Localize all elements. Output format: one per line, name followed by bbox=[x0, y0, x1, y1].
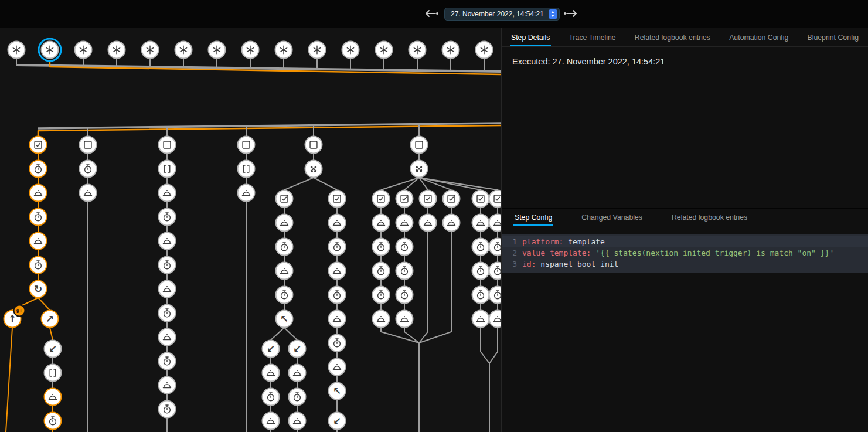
config-tab-step-config[interactable]: Step Config bbox=[513, 209, 553, 226]
step-node-square[interactable] bbox=[237, 136, 256, 154]
trigger-node-asterisk[interactable] bbox=[442, 41, 460, 59]
tab-trace-timeline[interactable]: Trace Timeline bbox=[567, 28, 617, 46]
step-node-brackets[interactable] bbox=[44, 364, 62, 382]
step-node-timer[interactable] bbox=[288, 388, 307, 406]
tab-automation-config[interactable]: Automation Config bbox=[728, 28, 789, 46]
trace-run-select[interactable]: 27. November 2022, 14:54:21 bbox=[444, 8, 560, 21]
trigger-node-asterisk[interactable] bbox=[175, 41, 193, 59]
step-node-timer[interactable] bbox=[79, 160, 97, 178]
step-node-timer[interactable] bbox=[396, 286, 414, 304]
step-node-condition-check[interactable] bbox=[419, 190, 437, 208]
step-node-timer[interactable] bbox=[262, 388, 280, 406]
step-node-service[interactable] bbox=[396, 214, 414, 232]
step-node-service[interactable] bbox=[372, 310, 390, 328]
step-node-timer[interactable] bbox=[158, 304, 176, 322]
step-node-service[interactable] bbox=[29, 184, 47, 202]
step-node-condition-check[interactable] bbox=[328, 190, 346, 208]
step-node-timer[interactable] bbox=[472, 262, 490, 280]
previous-trace-icon[interactable] bbox=[422, 8, 440, 21]
step-node-condition-check[interactable] bbox=[372, 190, 390, 208]
step-node-service[interactable] bbox=[44, 388, 62, 406]
trigger-node-asterisk[interactable] bbox=[74, 41, 93, 59]
step-node-service[interactable] bbox=[158, 280, 176, 298]
step-node-service[interactable] bbox=[288, 364, 307, 382]
next-trace-icon[interactable] bbox=[563, 8, 580, 21]
step-node-service[interactable] bbox=[275, 214, 294, 232]
step-node-service[interactable] bbox=[328, 214, 346, 232]
step-node-brackets[interactable] bbox=[237, 160, 256, 178]
step-node-timer[interactable] bbox=[372, 286, 390, 304]
step-node-arrow-up-right[interactable]: ↗ bbox=[41, 310, 59, 328]
step-node-service[interactable] bbox=[79, 184, 97, 202]
step-node-service[interactable] bbox=[158, 232, 176, 250]
trigger-node-asterisk[interactable] bbox=[409, 41, 427, 59]
step-node-condition-check[interactable] bbox=[472, 190, 490, 208]
trigger-node-asterisk[interactable] bbox=[275, 41, 293, 59]
step-node-arrow-up-left[interactable]: ↖ bbox=[275, 310, 294, 328]
step-node-service[interactable] bbox=[158, 376, 176, 394]
trigger-node-asterisk[interactable] bbox=[141, 41, 159, 59]
trigger-node-asterisk[interactable] bbox=[8, 41, 26, 59]
step-node-service[interactable] bbox=[29, 232, 47, 250]
step-node-timer[interactable] bbox=[472, 238, 490, 256]
step-node-service[interactable] bbox=[372, 214, 390, 232]
step-node-arrow-down-left[interactable]: ↙ bbox=[44, 340, 62, 358]
step-node-timer[interactable] bbox=[396, 238, 414, 256]
step-node-timer[interactable] bbox=[44, 412, 62, 430]
step-node-arrow-down-left[interactable]: ↙ bbox=[288, 340, 307, 358]
step-node-condition-check[interactable] bbox=[275, 190, 294, 208]
step-node-service[interactable] bbox=[328, 310, 346, 328]
step-node-refresh[interactable]: ↻ bbox=[29, 280, 47, 298]
step-node-timer[interactable] bbox=[372, 238, 390, 256]
step-node-arrow-down-left[interactable]: ↙ bbox=[328, 412, 346, 430]
trigger-node-asterisk[interactable] bbox=[208, 41, 226, 59]
step-node-timer[interactable] bbox=[275, 286, 294, 304]
step-node-service[interactable] bbox=[288, 412, 307, 430]
step-node-timer[interactable] bbox=[29, 208, 47, 226]
step-node-timer[interactable] bbox=[396, 262, 414, 280]
step-node-timer[interactable] bbox=[158, 208, 176, 226]
step-node-timer[interactable] bbox=[275, 238, 294, 256]
step-node-timer[interactable] bbox=[472, 286, 490, 304]
step-node-condition-check[interactable] bbox=[29, 136, 47, 154]
tab-blueprint-config[interactable]: Blueprint Config bbox=[806, 28, 860, 46]
trigger-node-asterisk[interactable] bbox=[41, 41, 59, 59]
step-node-service[interactable] bbox=[158, 184, 176, 202]
step-node-timer[interactable] bbox=[158, 256, 176, 274]
step-node-square[interactable] bbox=[79, 136, 97, 154]
config-tab-changed-variables[interactable]: Changed Variables bbox=[580, 209, 644, 226]
step-node-service[interactable] bbox=[262, 412, 280, 430]
step-node-timer[interactable] bbox=[328, 334, 346, 352]
config-tab-related-logbook-entries[interactable]: Related logbook entries bbox=[670, 209, 748, 226]
step-node-square[interactable] bbox=[158, 136, 176, 154]
step-node-timer[interactable] bbox=[328, 286, 346, 304]
tab-step-details[interactable]: Step Details bbox=[510, 28, 551, 46]
step-node-timer[interactable] bbox=[158, 400, 176, 419]
step-node-service[interactable] bbox=[328, 358, 346, 376]
trigger-node-asterisk[interactable] bbox=[475, 41, 493, 59]
step-node-condition-check[interactable] bbox=[396, 190, 414, 208]
step-node-condition-check[interactable] bbox=[442, 190, 461, 208]
step-node-square[interactable] bbox=[410, 136, 428, 154]
step-node-square[interactable] bbox=[305, 136, 323, 154]
step-node-arrow-up[interactable]: ↑9+ bbox=[4, 310, 22, 328]
step-node-service[interactable] bbox=[328, 262, 346, 280]
trigger-node-asterisk[interactable] bbox=[108, 41, 126, 59]
step-node-service[interactable] bbox=[419, 214, 437, 232]
step-node-timer[interactable] bbox=[29, 160, 47, 178]
step-node-service[interactable] bbox=[442, 214, 461, 232]
step-node-brackets[interactable] bbox=[158, 160, 176, 178]
step-node-service[interactable] bbox=[237, 184, 256, 202]
tab-related-logbook-entries[interactable]: Related logbook entries bbox=[634, 28, 712, 46]
step-node-split[interactable] bbox=[410, 160, 428, 178]
step-node-timer[interactable] bbox=[29, 256, 47, 274]
trigger-node-asterisk[interactable] bbox=[308, 41, 326, 59]
step-node-service[interactable] bbox=[262, 364, 280, 382]
trigger-node-asterisk[interactable] bbox=[241, 41, 260, 59]
trigger-node-asterisk[interactable] bbox=[375, 41, 393, 59]
trigger-node-asterisk[interactable] bbox=[342, 41, 360, 59]
step-node-service[interactable] bbox=[472, 214, 490, 232]
step-node-service[interactable] bbox=[396, 310, 414, 328]
step-node-service[interactable] bbox=[472, 310, 490, 328]
step-node-arrow-up-left[interactable]: ↖ bbox=[328, 382, 346, 400]
